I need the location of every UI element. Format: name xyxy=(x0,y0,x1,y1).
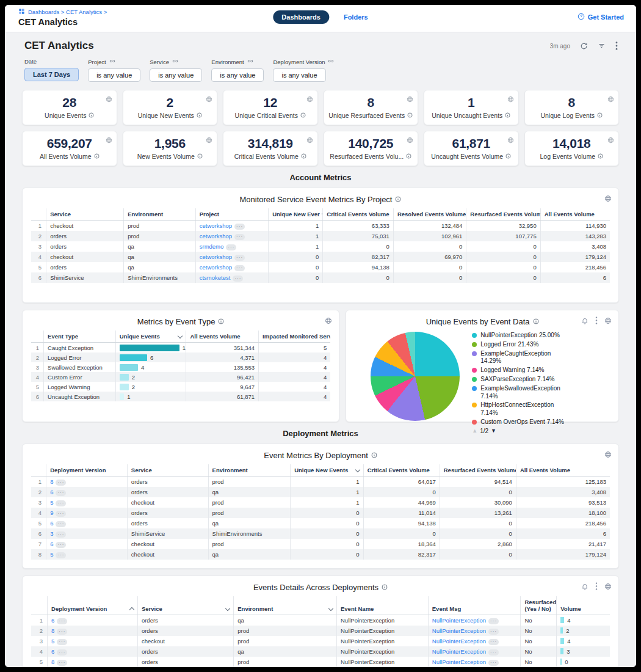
info-icon[interactable] xyxy=(89,112,94,119)
info-icon[interactable] xyxy=(300,112,306,119)
legend-page-up-icon[interactable]: ▲ xyxy=(472,428,477,435)
cell-link[interactable]: 9 xyxy=(50,509,53,516)
column-header-resolved-events-volume[interactable]: Resolved Events Volume xyxy=(393,208,466,221)
cell-link[interactable]: NullPointerException xyxy=(432,617,486,624)
column-header-critical-events-volume[interactable]: Critical Events Volume xyxy=(363,464,440,477)
column-header-unique-events[interactable]: Unique Events xyxy=(115,331,186,343)
bell-icon[interactable] xyxy=(581,582,588,593)
info-icon[interactable] xyxy=(301,153,306,160)
cell-link[interactable]: NullPointerException xyxy=(432,638,486,645)
column-header-deployment-version[interactable]: Deployment Version xyxy=(46,464,128,477)
cell-link[interactable]: srmdemo xyxy=(200,243,224,250)
info-icon[interactable] xyxy=(406,153,411,160)
breadcrumb[interactable]: Dashboards > CET Analytics > xyxy=(28,9,107,15)
cell-link[interactable]: NullPointerException xyxy=(432,627,486,634)
filter-value-button[interactable]: Last 7 Days xyxy=(24,68,79,81)
more-actions-pill[interactable]: ··· xyxy=(56,552,66,558)
more-actions-pill[interactable]: ··· xyxy=(56,531,66,538)
column-header-event-type[interactable]: Event Type xyxy=(44,331,116,343)
more-actions-pill[interactable]: ··· xyxy=(57,660,67,666)
apps-grid-icon[interactable] xyxy=(18,8,25,16)
more-actions-pill[interactable]: ··· xyxy=(488,639,499,645)
column-header-deployment-version[interactable]: Deployment Version xyxy=(48,596,138,615)
more-actions-pill[interactable]: ··· xyxy=(56,511,66,517)
filter-value-button[interactable]: is any value xyxy=(211,68,264,82)
cell-link[interactable]: NullPointerException xyxy=(432,648,486,655)
kebab-menu-icon[interactable] xyxy=(615,42,618,50)
legend-item[interactable]: ExampleCaughtException 14.29% xyxy=(472,350,568,366)
more-actions-pill[interactable]: ··· xyxy=(57,629,67,635)
info-icon[interactable] xyxy=(371,451,377,460)
info-icon[interactable] xyxy=(94,153,100,160)
tab-folders[interactable]: Folders xyxy=(344,13,368,21)
cell-link[interactable]: 5 xyxy=(50,499,53,506)
column-header-environment[interactable]: Environment xyxy=(234,596,337,615)
legend-item[interactable]: Logged Error 21.43% xyxy=(472,341,568,349)
cell-link[interactable]: 5 xyxy=(51,638,54,645)
more-actions-pill[interactable]: ··· xyxy=(488,660,499,666)
legend-page-down-icon[interactable]: ▼ xyxy=(491,428,496,435)
cell-link[interactable]: 6 xyxy=(51,648,54,655)
column-header-service[interactable]: Service xyxy=(46,208,124,221)
column-header-all-events-volume[interactable]: All Events Volume xyxy=(516,464,610,477)
more-actions-pill[interactable]: ··· xyxy=(234,265,245,271)
info-icon[interactable] xyxy=(505,153,511,160)
kebab-menu-icon[interactable] xyxy=(595,316,598,327)
tab-dashboards[interactable]: Dashboards xyxy=(273,10,329,24)
column-header-resurfaced[interactable]: Resurfaced(Yes / No) xyxy=(521,596,557,615)
cell-link[interactable]: cetworkshop xyxy=(200,233,232,239)
more-actions-pill[interactable]: ··· xyxy=(56,480,66,486)
more-actions-pill[interactable]: ··· xyxy=(488,618,499,624)
column-header-all-events-volume[interactable]: All Events Volume xyxy=(186,331,259,343)
filter-value-button[interactable]: is any value xyxy=(273,68,325,82)
info-icon[interactable] xyxy=(218,317,224,326)
cell-link[interactable]: 8 xyxy=(51,659,54,665)
cell-link[interactable]: 6 xyxy=(50,541,53,547)
column-header-unique-new-ever[interactable]: Unique New Ever xyxy=(269,208,323,221)
more-actions-pill[interactable]: ··· xyxy=(57,639,67,645)
info-icon[interactable] xyxy=(597,112,603,119)
column-header-resurfaced-events-volume[interactable]: Resurfaced Events Volume xyxy=(440,464,516,477)
info-icon[interactable] xyxy=(407,112,413,119)
cell-link[interactable]: cetworkshop xyxy=(200,222,232,229)
kebab-menu-icon[interactable] xyxy=(595,582,598,593)
refresh-icon[interactable] xyxy=(580,42,588,50)
column-header-event-name[interactable]: Event Name xyxy=(337,596,429,615)
cell-link[interactable]: 6 xyxy=(51,617,54,624)
more-actions-pill[interactable]: ··· xyxy=(56,542,66,548)
more-actions-pill[interactable]: ··· xyxy=(56,521,66,527)
legend-item[interactable]: Custom OverOps Event 7.14% xyxy=(472,418,568,426)
cell-link[interactable]: cetworkshop xyxy=(200,264,232,271)
column-header-environment[interactable]: Environment xyxy=(208,464,291,477)
column-header-resurfaced-events-volume[interactable]: Resurfaced Events Volume xyxy=(466,208,540,221)
cell-link[interactable]: cetworkshop xyxy=(200,254,232,260)
filter-icon[interactable] xyxy=(598,42,606,49)
more-actions-pill[interactable]: ··· xyxy=(488,629,499,635)
legend-item[interactable]: ExampleSwallowedException 7.14% xyxy=(472,385,568,401)
more-actions-pill[interactable]: ··· xyxy=(488,649,499,656)
column-header-service[interactable]: Service xyxy=(127,464,208,477)
info-icon[interactable] xyxy=(382,583,388,592)
column-header-environment[interactable]: Environment xyxy=(124,208,196,221)
bell-icon[interactable] xyxy=(581,316,588,327)
more-actions-pill[interactable]: ··· xyxy=(233,276,243,282)
legend-item[interactable]: Logged Warning 7.14% xyxy=(472,367,568,374)
cell-link[interactable]: 3 xyxy=(50,530,53,537)
more-actions-pill[interactable]: ··· xyxy=(234,224,245,230)
cell-link[interactable]: ctsmoketest xyxy=(200,274,231,281)
more-actions-pill[interactable]: ··· xyxy=(234,255,245,261)
info-icon[interactable] xyxy=(533,317,539,326)
column-header-event-msg[interactable]: Event Msg xyxy=(428,596,521,615)
legend-item[interactable]: HttpHostConnectException 7.14% xyxy=(472,401,568,417)
column-header-impacted-monitored-services[interactable]: Impacted Monitored Services xyxy=(259,331,331,343)
info-icon[interactable] xyxy=(197,153,203,160)
info-icon[interactable] xyxy=(598,153,603,160)
info-icon[interactable] xyxy=(395,195,401,204)
more-actions-pill[interactable]: ··· xyxy=(234,234,245,240)
column-header-project[interactable]: Project xyxy=(195,208,268,221)
cell-link[interactable]: 8 xyxy=(50,478,53,485)
more-actions-pill[interactable]: ··· xyxy=(57,618,67,624)
cell-link[interactable]: 5 xyxy=(50,551,53,558)
cell-link[interactable]: NullPointerException xyxy=(432,659,486,665)
info-icon[interactable] xyxy=(197,112,202,119)
